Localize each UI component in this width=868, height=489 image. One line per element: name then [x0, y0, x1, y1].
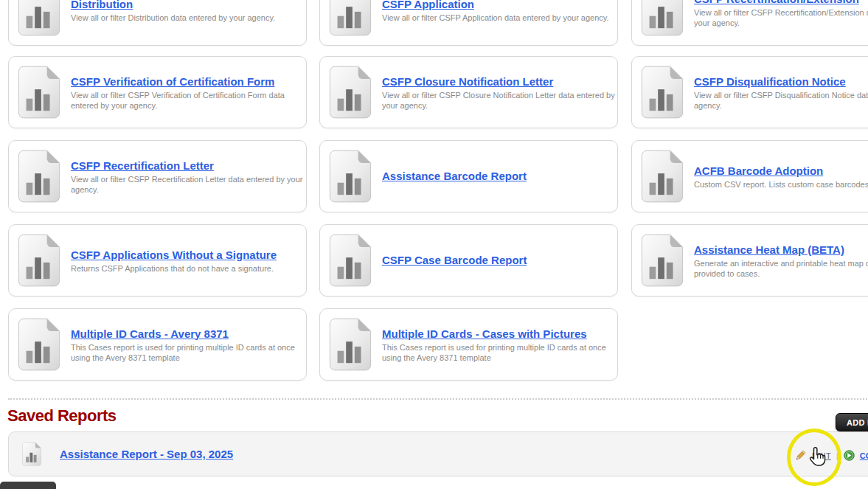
report-card: CSFP Verification of Certification FormV…	[8, 56, 307, 128]
report-link[interactable]: CSFP Disqualification Notice	[694, 74, 846, 89]
report-link[interactable]: Multiple ID Cards - Cases with Pictures	[382, 327, 587, 341]
report-card: Assistance Barcode Report	[319, 140, 618, 212]
report-link[interactable]: CSFP Recertification/Extension	[694, 0, 859, 6]
report-description: View all or filter CSFP Closure Notifica…	[382, 90, 610, 111]
document-bar-chart-icon	[16, 0, 62, 38]
pencil-icon	[794, 449, 807, 462]
report-description: View all or filter Distribution data ent…	[71, 13, 299, 23]
report-description: Returns CSFP Applications that do not ha…	[71, 263, 299, 274]
report-description: View all or filter CSFP Disqualification…	[694, 90, 868, 111]
report-description: This Cases report is used for printing m…	[382, 342, 610, 363]
action-separator: |	[836, 451, 839, 460]
report-card: Assistance Heat Map (BETA)Generate an in…	[631, 224, 868, 296]
report-description: View all or filter CSFP Recertification …	[71, 174, 299, 195]
add-report-button[interactable]: ADD REPORT	[836, 413, 868, 431]
report-card: CSFP Applications Without a SignatureRet…	[8, 224, 307, 296]
copy-link[interactable]: COPY	[860, 451, 868, 460]
report-link[interactable]: Assistance Barcode Report	[382, 169, 527, 183]
report-link[interactable]: Distribution	[71, 0, 133, 11]
report-link[interactable]: CSFP Verification of Certification Form	[71, 74, 274, 89]
report-card: CSFP Closure Notification LetterView all…	[319, 56, 618, 128]
report-link[interactable]: CSFP Application	[382, 0, 474, 11]
section-divider	[8, 398, 868, 400]
document-bar-chart-icon	[327, 0, 373, 38]
document-bar-chart-icon	[639, 64, 685, 120]
report-card: CSFP ApplicationView all or filter CSFP …	[319, 0, 618, 46]
document-bar-chart-icon	[639, 148, 685, 204]
report-link[interactable]: CSFP Closure Notification Letter	[382, 74, 553, 89]
saved-report-row: Assistance Report - Sep 03, 2025	[8, 431, 868, 476]
report-link[interactable]: Assistance Heat Map (BETA)	[694, 243, 844, 257]
document-bar-chart-icon	[327, 316, 373, 372]
saved-report-actions: EDIT | COPY	[794, 449, 868, 462]
report-description: View all or filter CSFP Verification of …	[71, 90, 299, 111]
cut-off-dark-button[interactable]	[0, 482, 56, 489]
hand-pointer-cursor-icon	[809, 445, 827, 468]
report-card: ACFB Barcode AdoptionCustom CSV report. …	[631, 140, 868, 212]
report-link[interactable]: CSFP Recertification Letter	[71, 159, 214, 173]
saved-report-link[interactable]: Assistance Report - Sep 03, 2025	[60, 448, 233, 460]
report-card: CSFP Recertification LetterView all or f…	[8, 140, 307, 212]
report-card: CSFP Disqualification NoticeView all or …	[631, 56, 868, 128]
document-bar-chart-icon	[16, 148, 62, 204]
report-description: Custom CSV report. Lists custom case bar…	[694, 179, 868, 190]
report-card: Multiple ID Cards - Cases with PicturesT…	[319, 308, 618, 381]
document-bar-chart-icon	[639, 0, 685, 38]
report-description: Generate an interactive and printable he…	[694, 258, 868, 279]
report-card: CSFP Case Barcode Report	[319, 224, 618, 296]
document-bar-chart-icon	[327, 148, 373, 204]
report-card: CSFP Recertification/ExtensionView all o…	[631, 0, 868, 46]
report-link[interactable]: CSFP Applications Without a Signature	[71, 248, 277, 262]
document-bar-chart-icon	[639, 232, 685, 288]
report-description: This Cases report is used for printing m…	[71, 342, 299, 363]
document-bar-chart-icon	[327, 232, 373, 288]
document-bar-chart-icon	[16, 316, 62, 372]
report-description: View all or filter CSFP Recertification/…	[694, 7, 868, 28]
document-bar-chart-icon	[21, 441, 42, 467]
report-link[interactable]: CSFP Case Barcode Report	[382, 253, 527, 267]
report-link[interactable]: ACFB Barcode Adoption	[694, 164, 823, 178]
report-description: View all or filter CSFP Application data…	[382, 13, 610, 23]
document-bar-chart-icon	[16, 64, 62, 120]
report-link[interactable]: Multiple ID Cards - Avery 8371	[71, 327, 229, 341]
document-bar-chart-icon	[16, 232, 62, 288]
saved-reports-heading: Saved Reports	[7, 406, 117, 426]
green-arrow-circle-icon	[844, 450, 855, 461]
report-card: DistributionView all or filter Distribut…	[8, 0, 307, 46]
document-bar-chart-icon	[327, 64, 373, 120]
report-card: Multiple ID Cards - Avery 8371This Cases…	[8, 308, 307, 381]
